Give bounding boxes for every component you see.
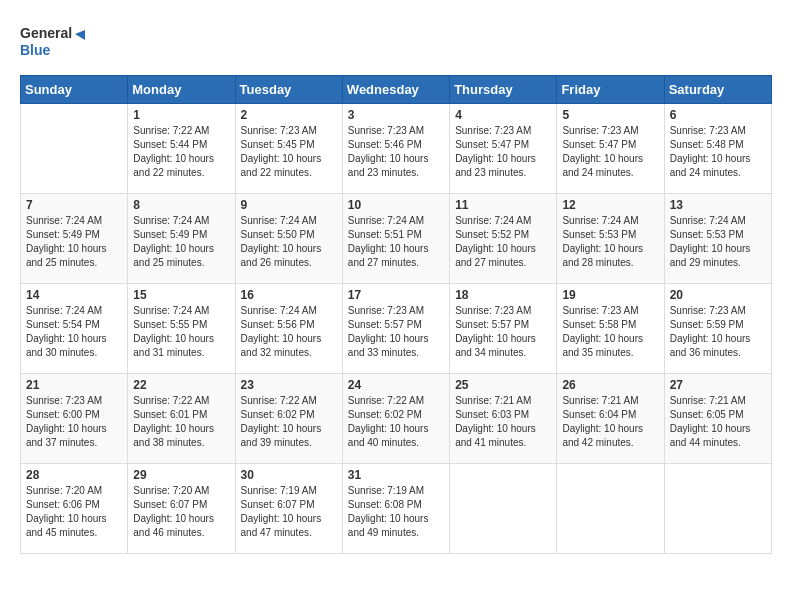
day-number: 3 [348, 108, 444, 122]
logo-svg: General Blue [20, 20, 90, 65]
day-number: 12 [562, 198, 658, 212]
calendar-cell: 18Sunrise: 7:23 AM Sunset: 5:57 PM Dayli… [450, 284, 557, 374]
calendar-cell: 20Sunrise: 7:23 AM Sunset: 5:59 PM Dayli… [664, 284, 771, 374]
day-info: Sunrise: 7:22 AM Sunset: 6:02 PM Dayligh… [348, 394, 444, 450]
calendar-cell: 15Sunrise: 7:24 AM Sunset: 5:55 PM Dayli… [128, 284, 235, 374]
calendar-cell: 30Sunrise: 7:19 AM Sunset: 6:07 PM Dayli… [235, 464, 342, 554]
day-number: 28 [26, 468, 122, 482]
day-header-monday: Monday [128, 76, 235, 104]
day-info: Sunrise: 7:22 AM Sunset: 6:01 PM Dayligh… [133, 394, 229, 450]
day-number: 18 [455, 288, 551, 302]
day-header-thursday: Thursday [450, 76, 557, 104]
day-info: Sunrise: 7:22 AM Sunset: 6:02 PM Dayligh… [241, 394, 337, 450]
day-number: 25 [455, 378, 551, 392]
calendar-cell: 6Sunrise: 7:23 AM Sunset: 5:48 PM Daylig… [664, 104, 771, 194]
calendar-cell: 3Sunrise: 7:23 AM Sunset: 5:46 PM Daylig… [342, 104, 449, 194]
day-info: Sunrise: 7:21 AM Sunset: 6:04 PM Dayligh… [562, 394, 658, 450]
day-number: 8 [133, 198, 229, 212]
day-header-sunday: Sunday [21, 76, 128, 104]
day-number: 15 [133, 288, 229, 302]
day-number: 2 [241, 108, 337, 122]
day-info: Sunrise: 7:23 AM Sunset: 5:59 PM Dayligh… [670, 304, 766, 360]
day-info: Sunrise: 7:23 AM Sunset: 5:58 PM Dayligh… [562, 304, 658, 360]
day-number: 19 [562, 288, 658, 302]
day-info: Sunrise: 7:24 AM Sunset: 5:54 PM Dayligh… [26, 304, 122, 360]
day-info: Sunrise: 7:24 AM Sunset: 5:51 PM Dayligh… [348, 214, 444, 270]
calendar-cell [557, 464, 664, 554]
calendar-cell: 23Sunrise: 7:22 AM Sunset: 6:02 PM Dayli… [235, 374, 342, 464]
day-info: Sunrise: 7:23 AM Sunset: 5:45 PM Dayligh… [241, 124, 337, 180]
day-info: Sunrise: 7:19 AM Sunset: 6:08 PM Dayligh… [348, 484, 444, 540]
calendar-cell: 14Sunrise: 7:24 AM Sunset: 5:54 PM Dayli… [21, 284, 128, 374]
day-info: Sunrise: 7:20 AM Sunset: 6:06 PM Dayligh… [26, 484, 122, 540]
day-number: 29 [133, 468, 229, 482]
day-info: Sunrise: 7:23 AM Sunset: 6:00 PM Dayligh… [26, 394, 122, 450]
day-number: 16 [241, 288, 337, 302]
day-number: 13 [670, 198, 766, 212]
day-info: Sunrise: 7:23 AM Sunset: 5:48 PM Dayligh… [670, 124, 766, 180]
week-row-3: 14Sunrise: 7:24 AM Sunset: 5:54 PM Dayli… [21, 284, 772, 374]
day-info: Sunrise: 7:22 AM Sunset: 5:44 PM Dayligh… [133, 124, 229, 180]
day-header-friday: Friday [557, 76, 664, 104]
calendar-cell [21, 104, 128, 194]
day-number: 17 [348, 288, 444, 302]
svg-marker-1 [75, 30, 85, 40]
day-info: Sunrise: 7:24 AM Sunset: 5:52 PM Dayligh… [455, 214, 551, 270]
logo: General Blue [20, 20, 90, 65]
day-number: 30 [241, 468, 337, 482]
day-number: 1 [133, 108, 229, 122]
calendar-cell: 9Sunrise: 7:24 AM Sunset: 5:50 PM Daylig… [235, 194, 342, 284]
calendar-cell [664, 464, 771, 554]
day-number: 5 [562, 108, 658, 122]
calendar-cell: 24Sunrise: 7:22 AM Sunset: 6:02 PM Dayli… [342, 374, 449, 464]
calendar-cell: 1Sunrise: 7:22 AM Sunset: 5:44 PM Daylig… [128, 104, 235, 194]
day-info: Sunrise: 7:23 AM Sunset: 5:46 PM Dayligh… [348, 124, 444, 180]
calendar-cell: 26Sunrise: 7:21 AM Sunset: 6:04 PM Dayli… [557, 374, 664, 464]
calendar-cell: 4Sunrise: 7:23 AM Sunset: 5:47 PM Daylig… [450, 104, 557, 194]
day-info: Sunrise: 7:24 AM Sunset: 5:55 PM Dayligh… [133, 304, 229, 360]
calendar-cell: 21Sunrise: 7:23 AM Sunset: 6:00 PM Dayli… [21, 374, 128, 464]
day-info: Sunrise: 7:23 AM Sunset: 5:47 PM Dayligh… [562, 124, 658, 180]
day-number: 21 [26, 378, 122, 392]
calendar-cell: 5Sunrise: 7:23 AM Sunset: 5:47 PM Daylig… [557, 104, 664, 194]
day-number: 9 [241, 198, 337, 212]
day-header-wednesday: Wednesday [342, 76, 449, 104]
day-number: 4 [455, 108, 551, 122]
week-row-1: 1Sunrise: 7:22 AM Sunset: 5:44 PM Daylig… [21, 104, 772, 194]
calendar-cell: 12Sunrise: 7:24 AM Sunset: 5:53 PM Dayli… [557, 194, 664, 284]
day-info: Sunrise: 7:24 AM Sunset: 5:49 PM Dayligh… [26, 214, 122, 270]
day-info: Sunrise: 7:23 AM Sunset: 5:57 PM Dayligh… [348, 304, 444, 360]
day-number: 10 [348, 198, 444, 212]
day-number: 11 [455, 198, 551, 212]
calendar-cell: 27Sunrise: 7:21 AM Sunset: 6:05 PM Dayli… [664, 374, 771, 464]
day-info: Sunrise: 7:21 AM Sunset: 6:03 PM Dayligh… [455, 394, 551, 450]
day-info: Sunrise: 7:23 AM Sunset: 5:57 PM Dayligh… [455, 304, 551, 360]
calendar-cell [450, 464, 557, 554]
calendar-cell: 28Sunrise: 7:20 AM Sunset: 6:06 PM Dayli… [21, 464, 128, 554]
calendar-cell: 16Sunrise: 7:24 AM Sunset: 5:56 PM Dayli… [235, 284, 342, 374]
calendar-cell: 31Sunrise: 7:19 AM Sunset: 6:08 PM Dayli… [342, 464, 449, 554]
day-info: Sunrise: 7:19 AM Sunset: 6:07 PM Dayligh… [241, 484, 337, 540]
day-info: Sunrise: 7:20 AM Sunset: 6:07 PM Dayligh… [133, 484, 229, 540]
calendar-cell: 25Sunrise: 7:21 AM Sunset: 6:03 PM Dayli… [450, 374, 557, 464]
days-of-week-row: SundayMondayTuesdayWednesdayThursdayFrid… [21, 76, 772, 104]
day-header-tuesday: Tuesday [235, 76, 342, 104]
day-number: 26 [562, 378, 658, 392]
day-header-saturday: Saturday [664, 76, 771, 104]
day-info: Sunrise: 7:24 AM Sunset: 5:49 PM Dayligh… [133, 214, 229, 270]
day-number: 7 [26, 198, 122, 212]
svg-text:Blue: Blue [20, 42, 51, 58]
calendar-cell: 7Sunrise: 7:24 AM Sunset: 5:49 PM Daylig… [21, 194, 128, 284]
day-info: Sunrise: 7:24 AM Sunset: 5:56 PM Dayligh… [241, 304, 337, 360]
day-info: Sunrise: 7:24 AM Sunset: 5:53 PM Dayligh… [670, 214, 766, 270]
day-number: 27 [670, 378, 766, 392]
calendar-table: SundayMondayTuesdayWednesdayThursdayFrid… [20, 75, 772, 554]
day-number: 31 [348, 468, 444, 482]
calendar-cell: 2Sunrise: 7:23 AM Sunset: 5:45 PM Daylig… [235, 104, 342, 194]
day-number: 23 [241, 378, 337, 392]
day-number: 24 [348, 378, 444, 392]
calendar-cell: 29Sunrise: 7:20 AM Sunset: 6:07 PM Dayli… [128, 464, 235, 554]
day-number: 6 [670, 108, 766, 122]
calendar-cell: 22Sunrise: 7:22 AM Sunset: 6:01 PM Dayli… [128, 374, 235, 464]
calendar-cell: 13Sunrise: 7:24 AM Sunset: 5:53 PM Dayli… [664, 194, 771, 284]
